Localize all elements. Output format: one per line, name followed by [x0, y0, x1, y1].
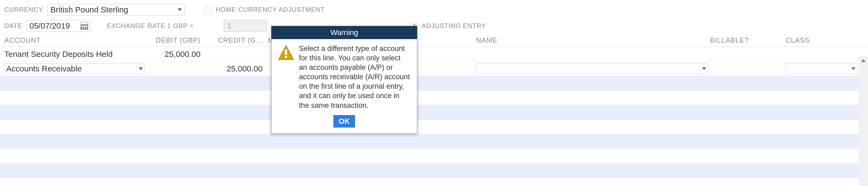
calendar-icon[interactable]	[81, 22, 88, 30]
col-name: NAME	[476, 36, 710, 44]
chevron-down-icon	[702, 67, 706, 70]
table-row[interactable]	[0, 134, 868, 149]
currency-label: CURRENCY	[4, 6, 43, 13]
ok-button[interactable]: OK	[334, 115, 355, 127]
class-cell[interactable]	[785, 63, 868, 74]
currency-dropdown[interactable]: British Pound Sterling	[48, 4, 185, 16]
vertical-scrollbar[interactable]	[859, 56, 868, 186]
date-input[interactable]: 05/07/2019	[26, 20, 91, 32]
exchange-rate-value: 1	[227, 22, 231, 30]
dialog-title: Warning	[272, 26, 417, 39]
chevron-down-icon	[138, 67, 143, 70]
col-account: ACCOUNT	[4, 36, 149, 44]
account-value: Accounts Receivable	[6, 64, 82, 73]
chevron-down-icon	[851, 67, 856, 70]
adjusting-entry-label: ADJUSTING ENTRY	[422, 22, 486, 30]
credit-cell[interactable]: 25,000.00	[206, 64, 268, 73]
debit-cell[interactable]: 25,000.00	[149, 50, 206, 59]
table-row[interactable]	[0, 120, 868, 134]
scroll-up-button[interactable]	[859, 56, 868, 65]
chevron-down-icon	[178, 8, 182, 11]
exchange-rate-input: 1	[224, 20, 267, 32]
account-cell[interactable]: Tenant Security Deposits Held	[4, 50, 149, 59]
table-row[interactable]	[0, 105, 868, 120]
table-row[interactable]: Accounts Receivable 25,000.00	[0, 61, 868, 76]
currency-value: British Pound Sterling	[51, 5, 128, 14]
table-row[interactable]	[0, 91, 868, 105]
name-dropdown[interactable]	[476, 63, 708, 74]
table-row[interactable]: Tenant Security Deposits Held 25,000.00	[0, 47, 868, 61]
date-label: DATE	[4, 22, 22, 30]
col-debit: DEBIT (GBP)	[149, 36, 206, 44]
col-class: CLASS	[785, 36, 868, 44]
chevron-up-icon	[861, 59, 866, 62]
svg-rect-1	[285, 49, 287, 55]
col-billable: BILLABLE?	[710, 36, 785, 44]
col-credit: CREDIT (G...	[206, 36, 268, 44]
home-currency-label: HOME CURRENCY ADJUSTMENT	[216, 6, 325, 13]
table-row[interactable]	[0, 76, 868, 91]
warning-icon	[278, 45, 294, 60]
class-dropdown[interactable]	[785, 63, 857, 74]
table-header: ACCOUNT DEBIT (GBP) CREDIT (G... ME NAME…	[0, 34, 868, 47]
exchange-rate-label: EXCHANGE RATE 1 GBP =	[107, 22, 193, 30]
date-value: 05/07/2019	[29, 21, 70, 30]
home-currency-checkbox[interactable]	[204, 6, 211, 13]
name-cell[interactable]	[476, 63, 710, 74]
table-row[interactable]	[0, 149, 868, 163]
account-cell[interactable]: Accounts Receivable	[4, 63, 149, 74]
warning-dialog: Warning Select a different type of accou…	[271, 26, 417, 134]
dialog-message: Select a different type of account for t…	[299, 44, 410, 110]
account-dropdown[interactable]: Accounts Receivable	[4, 63, 145, 74]
table-row[interactable]	[0, 163, 868, 178]
svg-rect-2	[285, 56, 287, 58]
